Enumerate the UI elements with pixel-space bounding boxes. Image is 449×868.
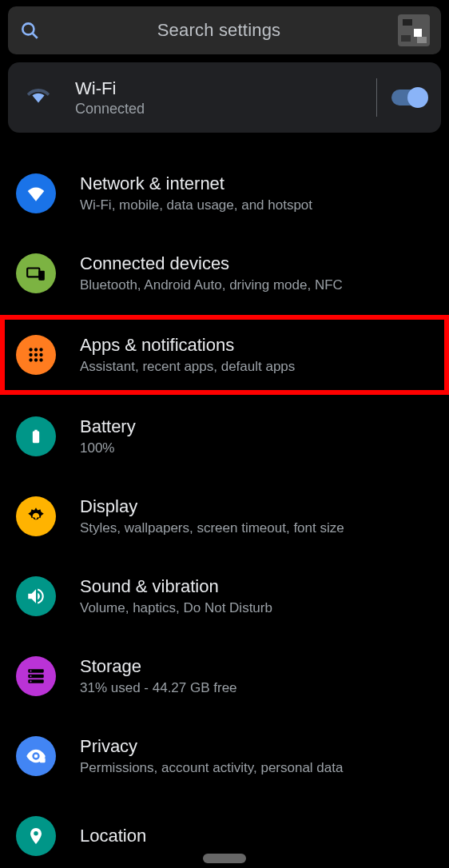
item-title: Network & internet bbox=[80, 173, 433, 194]
item-text: Connected devicesBluetooth, Android Auto… bbox=[80, 253, 433, 293]
item-text: Battery100% bbox=[80, 416, 433, 456]
battery-icon bbox=[16, 416, 56, 456]
svg-rect-20 bbox=[40, 758, 46, 762]
svg-point-11 bbox=[29, 358, 32, 361]
storage-icon bbox=[16, 656, 56, 696]
wifi-text: Wi-Fi Connected bbox=[75, 78, 370, 117]
privacy-icon bbox=[16, 736, 56, 776]
item-text: Sound & vibrationVolume, haptics, Do Not… bbox=[80, 576, 433, 616]
item-title: Apps & notifications bbox=[80, 335, 433, 356]
svg-point-8 bbox=[29, 353, 32, 356]
svg-point-12 bbox=[34, 358, 38, 361]
settings-item-sound-vibration[interactable]: Sound & vibrationVolume, haptics, Do Not… bbox=[0, 556, 449, 636]
settings-item-battery[interactable]: Battery100% bbox=[0, 396, 449, 476]
divider bbox=[376, 78, 377, 117]
settings-item-network-internet[interactable]: Network & internetWi-Fi, mobile, data us… bbox=[0, 153, 449, 233]
location-icon bbox=[16, 816, 56, 856]
sound-icon bbox=[16, 576, 56, 616]
wifi-icon bbox=[22, 84, 54, 111]
item-subtitle: Wi-Fi, mobile, data usage, and hotspot bbox=[80, 197, 433, 213]
item-title: Sound & vibration bbox=[80, 576, 433, 597]
apps-icon bbox=[16, 335, 56, 375]
svg-point-10 bbox=[39, 353, 42, 356]
svg-point-0 bbox=[22, 23, 34, 34]
item-subtitle: Volume, haptics, Do Not Disturb bbox=[80, 600, 433, 616]
svg-point-9 bbox=[34, 353, 38, 356]
search-icon bbox=[19, 20, 40, 41]
svg-point-6 bbox=[34, 348, 38, 351]
svg-point-7 bbox=[39, 348, 42, 351]
item-title: Connected devices bbox=[80, 253, 433, 274]
wifi-title: Wi-Fi bbox=[75, 78, 370, 99]
wifi-toggle[interactable] bbox=[391, 90, 427, 106]
svg-point-19 bbox=[30, 681, 32, 683]
svg-rect-2 bbox=[27, 269, 39, 277]
settings-item-storage[interactable]: Storage31% used - 44.27 GB free bbox=[0, 636, 449, 716]
settings-item-display[interactable]: DisplayStyles, wallpapers, screen timeou… bbox=[0, 476, 449, 556]
devices-icon bbox=[16, 253, 56, 293]
wifi-icon bbox=[16, 173, 56, 213]
item-subtitle: Permissions, account activity, personal … bbox=[80, 760, 433, 776]
wifi-quick-card[interactable]: Wi-Fi Connected bbox=[8, 62, 441, 133]
display-icon bbox=[16, 496, 56, 536]
wifi-status: Connected bbox=[75, 101, 370, 117]
svg-point-5 bbox=[29, 348, 32, 351]
account-avatar[interactable] bbox=[398, 14, 430, 46]
item-title: Location bbox=[80, 826, 433, 846]
item-text: Location bbox=[80, 826, 433, 846]
item-text: PrivacyPermissions, account activity, pe… bbox=[80, 736, 433, 776]
item-subtitle: 100% bbox=[80, 440, 433, 456]
svg-point-17 bbox=[30, 671, 32, 672]
svg-point-18 bbox=[30, 675, 32, 677]
svg-line-1 bbox=[32, 33, 37, 38]
svg-point-13 bbox=[39, 358, 42, 361]
settings-item-privacy[interactable]: PrivacyPermissions, account activity, pe… bbox=[0, 716, 449, 796]
item-title: Privacy bbox=[80, 736, 433, 757]
item-text: Network & internetWi-Fi, mobile, data us… bbox=[80, 173, 433, 213]
item-text: Storage31% used - 44.27 GB free bbox=[80, 656, 433, 696]
nav-pill[interactable] bbox=[203, 854, 246, 863]
item-subtitle: Bluetooth, Android Auto, driving mode, N… bbox=[80, 277, 433, 293]
item-title: Storage bbox=[80, 656, 433, 677]
item-subtitle: Assistant, recent apps, default apps bbox=[80, 359, 433, 375]
settings-list: Network & internetWi-Fi, mobile, data us… bbox=[0, 153, 449, 868]
item-subtitle: Styles, wallpapers, screen timeout, font… bbox=[80, 520, 433, 536]
item-text: DisplayStyles, wallpapers, screen timeou… bbox=[80, 496, 433, 536]
svg-point-4 bbox=[41, 278, 42, 280]
settings-item-connected-devices[interactable]: Connected devicesBluetooth, Android Auto… bbox=[0, 233, 449, 313]
search-placeholder: Search settings bbox=[40, 20, 398, 41]
item-title: Battery bbox=[80, 416, 433, 437]
item-subtitle: 31% used - 44.27 GB free bbox=[80, 680, 433, 696]
item-title: Display bbox=[80, 496, 433, 517]
settings-item-apps-notifications[interactable]: Apps & notificationsAssistant, recent ap… bbox=[0, 315, 449, 395]
search-bar[interactable]: Search settings bbox=[8, 6, 441, 54]
item-text: Apps & notificationsAssistant, recent ap… bbox=[80, 335, 433, 375]
